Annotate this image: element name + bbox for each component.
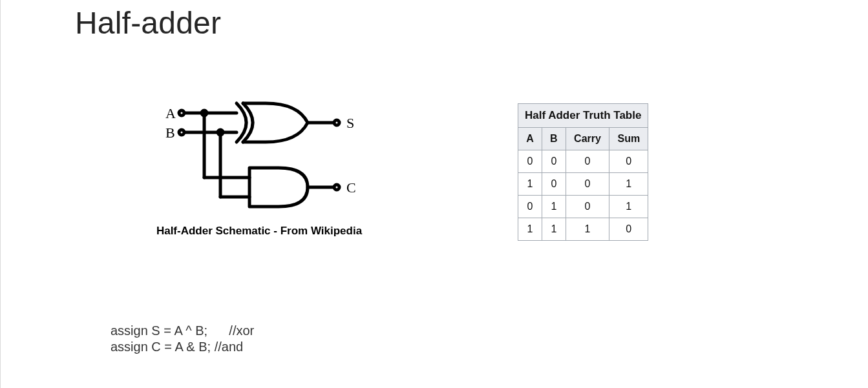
page-title: Half-adder — [75, 5, 221, 41]
col-header-carry: Carry — [566, 128, 609, 150]
verilog-code: assign S = A ^ B; //xor assign C = A & B… — [111, 323, 254, 355]
svg-point-3 — [179, 130, 184, 135]
col-header-b: B — [542, 128, 566, 150]
col-header-a: A — [518, 128, 542, 150]
input-a-label: A — [165, 105, 176, 121]
input-b-label: B — [165, 125, 175, 141]
cell: 1 — [518, 173, 542, 196]
cell: 1 — [542, 196, 566, 218]
cell: 0 — [609, 150, 648, 173]
truth-table: Half Adder Truth Table A B Carry Sum 0 0… — [518, 103, 648, 241]
code-line: assign C = A & B; //and — [111, 340, 243, 354]
col-header-sum: Sum — [609, 128, 648, 150]
cell: 0 — [542, 150, 566, 173]
table-row: 0 0 0 0 — [518, 150, 648, 173]
cell: 0 — [566, 173, 609, 196]
half-adder-schematic-icon: A B S C — [153, 97, 366, 220]
cell: 1 — [518, 218, 542, 241]
table-row: 1 1 1 0 — [518, 218, 648, 241]
cell: 0 — [609, 218, 648, 241]
schematic-figure: A B S C Half-Adder Schematic - From Wiki… — [130, 97, 388, 238]
cell: 0 — [566, 150, 609, 173]
cell: 0 — [518, 196, 542, 218]
svg-point-2 — [179, 110, 184, 116]
table-row: 0 1 0 1 — [518, 196, 648, 218]
schematic-caption: Half-Adder Schematic - From Wikipedia — [130, 225, 388, 238]
cell: 0 — [566, 196, 609, 218]
svg-point-13 — [334, 185, 339, 190]
svg-point-11 — [334, 120, 339, 125]
cell: 0 — [542, 173, 566, 196]
table-row: 1 0 0 1 — [518, 173, 648, 196]
cell: 1 — [609, 173, 648, 196]
truth-table-title: Half Adder Truth Table — [518, 104, 648, 128]
cell: 1 — [542, 218, 566, 241]
output-c-label: C — [346, 179, 356, 196]
cell: 1 — [609, 196, 648, 218]
slide: Half-adder — [0, 0, 868, 388]
cell: 1 — [566, 218, 609, 241]
output-s-label: S — [346, 115, 354, 131]
code-line: assign S = A ^ B; //xor — [111, 323, 254, 338]
cell: 0 — [518, 150, 542, 173]
